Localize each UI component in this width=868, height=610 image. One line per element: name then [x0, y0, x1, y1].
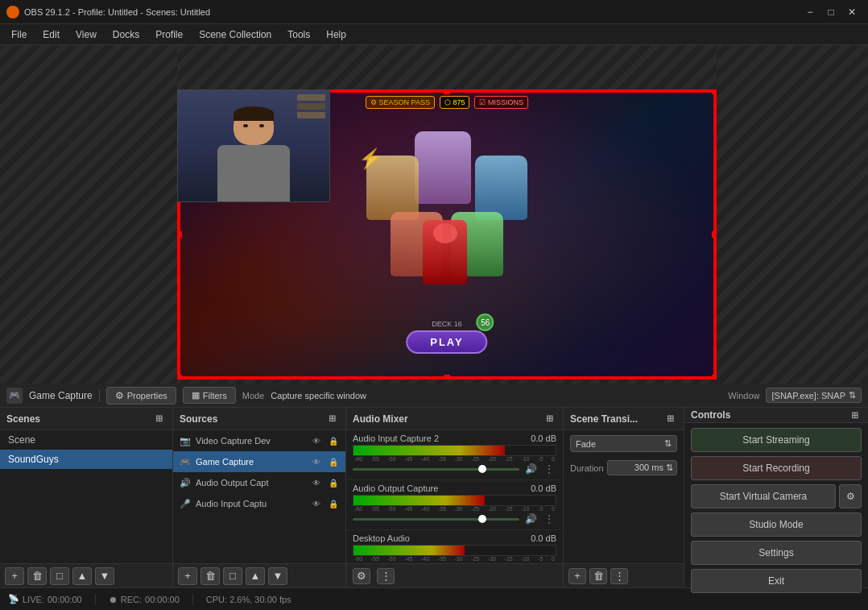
- audio-footer: ⚙ ⋮: [346, 563, 563, 587]
- source-item-game-capture[interactable]: 🎮 Game Capture 👁 🔒: [173, 451, 345, 472]
- menu-tools[interactable]: Tools: [279, 27, 318, 43]
- audio-ch1-thumb: [478, 465, 486, 473]
- transitions-more-button[interactable]: ⋮: [610, 568, 628, 584]
- mode-label: Mode: [242, 391, 265, 400]
- audio-settings-button[interactable]: ⚙: [353, 568, 370, 584]
- menu-view[interactable]: View: [68, 27, 105, 43]
- source-bar-icon: 🎮: [6, 388, 23, 404]
- scenes-move-up-button[interactable]: ▲: [72, 567, 92, 585]
- sources-panel-menu-icon[interactable]: ⊞: [324, 412, 339, 426]
- game-top-bar: ⚙ SEASON PASS ⬡ 875 ☑ MISSIONS: [366, 96, 528, 109]
- status-separator-1: [95, 594, 96, 605]
- rec-icon: ⏺: [109, 595, 118, 604]
- filters-label: Filters: [203, 391, 227, 400]
- window-controls: − □ ✕: [800, 4, 862, 20]
- chevron-up-down-icon: ⇅: [664, 438, 672, 449]
- audio-ch1-header: Audio Input Capture 2 0.0 dB: [353, 434, 556, 443]
- filters-icon: ▦: [192, 390, 200, 400]
- scenes-panel-header: Scenes ⊞: [0, 408, 172, 430]
- scene-item-soundguys[interactable]: SoundGuys: [0, 450, 172, 469]
- person-body: [217, 145, 290, 201]
- audio-output-visibility-button[interactable]: 👁: [310, 476, 323, 489]
- audio-panel-menu-icon[interactable]: ⊞: [542, 412, 556, 426]
- audio-more-button[interactable]: ⋮: [377, 568, 395, 584]
- camera-feed: [178, 90, 329, 201]
- sources-move-up-button[interactable]: ▲: [246, 567, 265, 585]
- start-streaming-button[interactable]: Start Streaming: [691, 428, 862, 452]
- audio-ch1-more-button[interactable]: ⋮: [542, 462, 556, 476]
- exit-button[interactable]: Exit: [691, 569, 862, 593]
- sources-move-down-button[interactable]: ▼: [268, 567, 287, 585]
- virtual-camera-row: Start Virtual Camera ⚙: [691, 484, 862, 508]
- sources-remove-button[interactable]: 🗑: [200, 567, 220, 585]
- game-capture-visibility-button[interactable]: 👁: [310, 455, 323, 468]
- scenes-panel-menu-icon[interactable]: ⊞: [151, 412, 166, 426]
- menu-scene-collection[interactable]: Scene Collection: [191, 27, 279, 43]
- menu-edit[interactable]: Edit: [35, 27, 68, 43]
- scenes-move-down-button[interactable]: ▼: [95, 567, 114, 585]
- start-recording-button[interactable]: Start Recording: [691, 456, 862, 480]
- audio-output-lock-icon: 🔒: [328, 477, 339, 488]
- virtual-camera-settings-button[interactable]: ⚙: [839, 484, 862, 508]
- controls-panel-menu-icon[interactable]: ⊞: [847, 408, 862, 422]
- window-label: Window: [728, 391, 759, 400]
- audio-ch2-slider[interactable]: [353, 518, 519, 521]
- maximize-button[interactable]: □: [821, 4, 841, 20]
- video-capture-icon: 📷: [180, 435, 191, 446]
- sources-properties-button[interactable]: □: [223, 567, 242, 585]
- sources-panel-header: Sources ⊞: [173, 408, 345, 430]
- scenes-remove-button[interactable]: 🗑: [27, 567, 47, 585]
- menu-profile[interactable]: Profile: [147, 27, 191, 43]
- lightning-effect: ⚡: [358, 147, 382, 170]
- audio-ch1-db: 0.0 dB: [531, 434, 556, 443]
- audio-ch1-slider[interactable]: [353, 468, 519, 471]
- close-button[interactable]: ✕: [842, 4, 862, 20]
- transitions-add-button[interactable]: +: [568, 568, 586, 584]
- menu-help[interactable]: Help: [318, 27, 354, 43]
- transitions-panel: Scene Transi... ⊞ Fade ⇅ Duration 300 ms…: [564, 408, 684, 587]
- audio-channel-input2: Audio Input Capture 2 0.0 dB -60-55-50-4…: [346, 430, 563, 480]
- scene-item-scene[interactable]: Scene: [0, 430, 172, 450]
- filters-button[interactable]: ▦ Filters: [183, 387, 236, 404]
- rec-status: ⏺ REC: 00:00:00: [109, 595, 180, 604]
- scenes-duplicate-button[interactable]: □: [50, 567, 69, 585]
- audio-ch2-more-button[interactable]: ⋮: [542, 512, 556, 526]
- sources-add-button[interactable]: +: [178, 567, 197, 585]
- audio-input-visibility-button[interactable]: 👁: [310, 497, 323, 510]
- scenes-panel: Scenes ⊞ Scene SoundGuys + 🗑 □ ▲ ▼: [0, 408, 173, 587]
- controls-panel-header: Controls ⊞: [684, 408, 868, 423]
- properties-button[interactable]: ⚙ Properties: [106, 387, 176, 405]
- audio-ch2-mute-button[interactable]: 🔊: [523, 512, 539, 526]
- menu-file[interactable]: File: [3, 27, 35, 43]
- game-capture-icon: 🎮: [180, 456, 191, 467]
- transitions-panel-header: Scene Transi... ⊞: [564, 408, 684, 430]
- audio-title: Audio Mixer: [353, 413, 408, 425]
- audio-input-icon: 🎤: [180, 498, 191, 509]
- sources-title: Sources: [180, 413, 217, 425]
- start-virtual-camera-button[interactable]: Start Virtual Camera: [691, 484, 836, 508]
- transitions-panel-menu-icon[interactable]: ⊞: [663, 412, 677, 426]
- studio-mode-button[interactable]: Studio Mode: [691, 512, 862, 537]
- video-capture-visibility-button[interactable]: 👁: [310, 434, 323, 447]
- video-capture-lock-icon: 🔒: [328, 435, 339, 446]
- menu-docks[interactable]: Docks: [105, 27, 147, 43]
- duration-input[interactable]: 300 ms ⇅: [607, 460, 677, 475]
- scenes-add-button[interactable]: +: [5, 567, 24, 585]
- audio-ch1-mute-button[interactable]: 🔊: [523, 462, 539, 476]
- audio-ch2-controls: 🔊 ⋮: [353, 512, 556, 526]
- hero-head: [433, 223, 457, 243]
- transition-select[interactable]: Fade ⇅: [570, 435, 677, 452]
- audio-ch3-scale: -60-55-50-45-40-35-30-25-20-15-10-50: [353, 556, 556, 562]
- minimize-button[interactable]: −: [800, 4, 820, 20]
- hero-spider-man: [423, 220, 467, 284]
- gold-badge: ⬡ 875: [440, 96, 470, 109]
- source-item-audio-input[interactable]: 🎤 Audio Input Captu 👁 🔒: [173, 493, 345, 514]
- sources-panel: Sources ⊞ 📷 Video Capture Dev 👁 🔒 🎮 Game…: [173, 408, 346, 587]
- window-select[interactable]: [SNAP.exe]: SNAP ⇅: [766, 388, 862, 403]
- transitions-remove-button[interactable]: 🗑: [589, 568, 607, 584]
- source-item-audio-output[interactable]: 🔊 Audio Output Capt 👁 🔒: [173, 472, 345, 493]
- source-item-video-capture[interactable]: 📷 Video Capture Dev 👁 🔒: [173, 430, 345, 451]
- audio-ch1-controls: 🔊 ⋮: [353, 462, 556, 476]
- settings-button[interactable]: Settings: [691, 541, 862, 565]
- audio-channel-desktop: Desktop Audio 0.0 dB -60-55-50-45-40-35-…: [346, 530, 563, 563]
